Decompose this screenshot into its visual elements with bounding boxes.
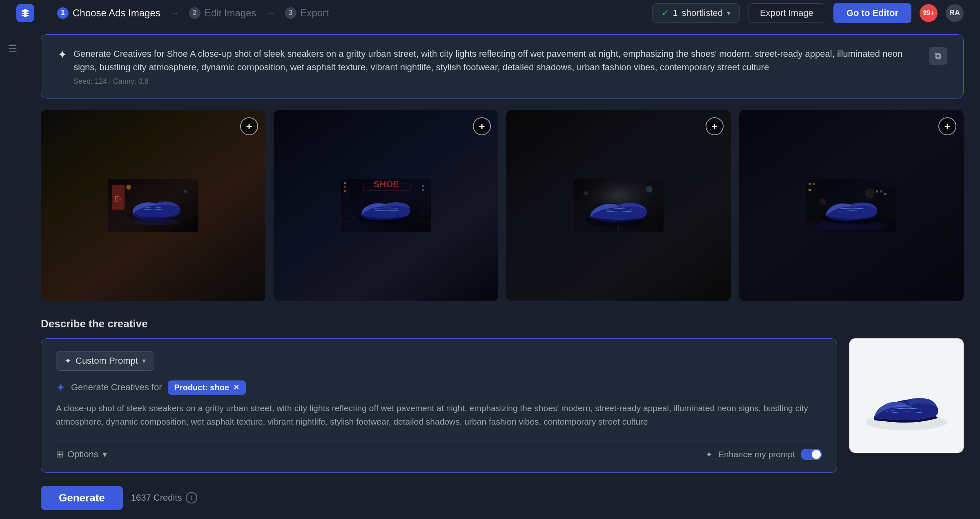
svg-rect-10 — [421, 183, 429, 216]
prompt-footer: ⊞ Options ▾ ✦ Enhance my prompt — [56, 440, 822, 460]
svg-rect-33 — [808, 189, 811, 191]
copy-icon: ⧉ — [935, 51, 941, 61]
svg-rect-34 — [876, 190, 878, 192]
notifications-button[interactable]: 99+ — [920, 4, 938, 22]
svg-rect-15 — [422, 189, 424, 191]
svg-point-7 — [119, 198, 122, 201]
chevron-down-icon: ▾ — [142, 356, 146, 365]
shortlisted-count: 1 — [673, 8, 678, 18]
svg-text:E: E — [114, 195, 119, 203]
avatar[interactable]: RA — [946, 4, 964, 22]
sneaker-image-3 — [574, 179, 664, 232]
menu-icon[interactable]: ☰ — [8, 43, 17, 55]
svg-point-4 — [135, 219, 180, 225]
enhance-toggle-container: ✦ Enhance my prompt — [706, 449, 822, 460]
sparkle-icon: ✦ — [58, 48, 67, 61]
go-to-editor-button[interactable]: Go to Editor — [833, 3, 911, 23]
sneaker-image-2: SHOE — [341, 179, 431, 232]
svg-point-6 — [184, 190, 187, 193]
enhance-toggle-switch[interactable] — [801, 449, 822, 460]
product-tag[interactable]: Product: shoe ✕ — [168, 380, 246, 395]
chevron-down-icon: ▾ — [727, 9, 731, 18]
image-card-1[interactable]: E — [41, 110, 265, 301]
top-navigation: 1 Choose Ads Images → 2 Edit Images → 3 … — [0, 0, 980, 26]
prompt-meta: Seed: 124 | Canny: 0.8 — [74, 77, 922, 86]
svg-point-40 — [820, 198, 826, 205]
svg-point-5 — [126, 185, 131, 190]
options-icon: ⊞ — [56, 449, 63, 460]
topnav-actions: ✓ 1 shortlisted ▾ Export Image Go to Edi… — [652, 3, 964, 23]
image-card-3[interactable]: + — [506, 110, 731, 301]
creative-prompt-box: ✦ Custom Prompt ▾ ✦ Generate Creatives f… — [41, 338, 837, 473]
step-arrow-2: → — [266, 8, 275, 18]
product-tag-text: Product: shoe — [174, 383, 229, 392]
creative-description-text[interactable]: A close-up shot of sleek sneakers on a g… — [56, 401, 822, 429]
svg-rect-13 — [344, 190, 346, 192]
product-tag-remove[interactable]: ✕ — [233, 383, 239, 392]
image-grid: E — [41, 110, 964, 301]
nav-steps: 1 Choose Ads Images → 2 Edit Images → 3 … — [51, 4, 652, 22]
copy-button[interactable]: ⧉ — [929, 47, 947, 65]
nav-step-edit[interactable]: 2 Edit Images — [183, 4, 263, 22]
enhance-sparkle-icon: ✦ — [706, 450, 713, 459]
ai-sparkle-icon: ✦ — [56, 381, 65, 394]
prompt-box: ✦ Generate Creatives for Shoe A close-up… — [41, 34, 964, 98]
custom-prompt-button[interactable]: ✦ Custom Prompt ▾ — [56, 351, 154, 371]
options-button[interactable]: ⊞ Options ▾ — [56, 449, 107, 460]
logo[interactable] — [16, 4, 34, 22]
credits-text: 1637 Credits — [131, 492, 182, 503]
svg-point-26 — [646, 186, 653, 192]
svg-rect-31 — [808, 183, 811, 185]
sneaker-image-1: E — [108, 179, 198, 232]
main-content: ☰ ✦ Generate Creatives for Shoe A close-… — [0, 26, 980, 519]
svg-point-27 — [584, 191, 588, 195]
step-arrow-1: → — [170, 8, 179, 18]
step-label-3: Export — [301, 7, 329, 19]
step-num-3: 3 — [285, 7, 296, 19]
svg-rect-12 — [344, 186, 346, 188]
export-image-button[interactable]: Export Image — [748, 3, 825, 23]
image-card-4[interactable]: + — [739, 110, 964, 301]
sneaker-image-4 — [806, 179, 896, 232]
credits-display: 1637 Credits i — [131, 492, 198, 503]
svg-point-39 — [865, 188, 875, 198]
section-title: Describe the creative — [41, 318, 964, 330]
sparkle-sm-icon: ✦ — [65, 356, 71, 366]
svg-rect-11 — [344, 182, 346, 184]
chevron-options-icon: ▾ — [102, 449, 107, 460]
add-to-shortlist-2[interactable]: + — [473, 117, 491, 135]
generate-label: Generate Creatives for — [71, 382, 162, 393]
svg-rect-41 — [853, 342, 960, 449]
sidebar: ☰ — [0, 34, 24, 519]
options-label: Options — [67, 449, 98, 460]
notifications-badge: 99+ — [923, 9, 934, 17]
step-num-1: 1 — [57, 7, 69, 19]
creative-area: ✦ Custom Prompt ▾ ✦ Generate Creatives f… — [41, 338, 964, 473]
toggle-knob — [812, 450, 821, 459]
bottom-bar: Generate 1637 Credits i — [41, 486, 964, 519]
generate-button[interactable]: Generate — [41, 486, 123, 510]
step-num-2: 2 — [189, 7, 200, 19]
prompt-text: Generate Creatives for Shoe A close-up s… — [74, 47, 922, 74]
product-preview — [849, 338, 964, 453]
credits-info-icon[interactable]: i — [186, 492, 197, 503]
svg-rect-14 — [422, 185, 424, 187]
nav-step-export[interactable]: 3 Export — [278, 4, 335, 22]
check-icon: ✓ — [662, 8, 669, 18]
product-preview-image — [853, 342, 960, 449]
content-area: ✦ Generate Creatives for Shoe A close-up… — [24, 34, 980, 519]
generate-line: ✦ Generate Creatives for Product: shoe ✕ — [56, 380, 822, 395]
add-to-shortlist-1[interactable]: + — [240, 117, 258, 135]
svg-rect-35 — [880, 190, 882, 192]
step-label-1: Choose Ads Images — [73, 7, 160, 19]
shortlisted-button[interactable]: ✓ 1 shortlisted ▾ — [652, 3, 740, 23]
add-to-shortlist-3[interactable]: + — [706, 117, 724, 135]
svg-rect-32 — [813, 183, 815, 185]
svg-rect-36 — [884, 193, 886, 195]
add-to-shortlist-4[interactable]: + — [938, 117, 956, 135]
nav-step-choose[interactable]: 1 Choose Ads Images — [51, 4, 167, 22]
step-label-2: Edit Images — [205, 7, 256, 19]
svg-rect-9 — [343, 179, 349, 216]
image-card-2[interactable]: SHOE + — [274, 110, 498, 301]
shortlisted-label: shortlisted — [682, 8, 723, 18]
